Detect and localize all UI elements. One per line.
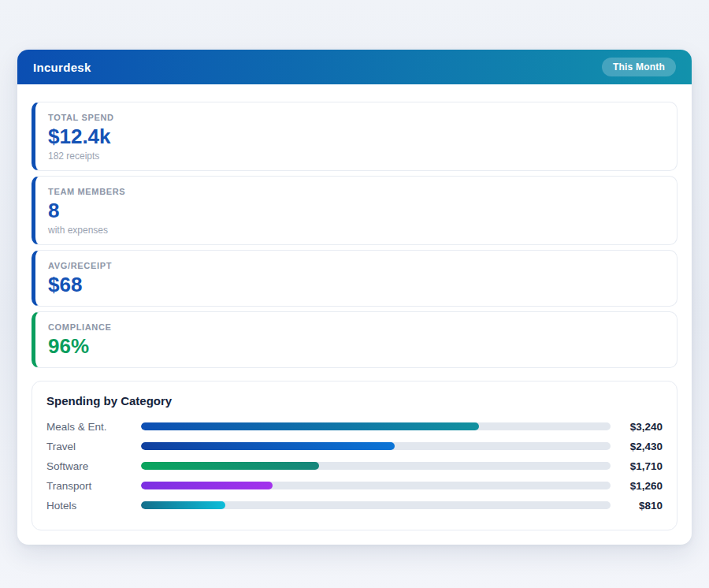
stat-card-avg-receipt: AVG/RECEIPT $68 [32, 250, 677, 307]
category-label: Software [46, 460, 141, 472]
category-value: $3,240 [611, 421, 663, 433]
period-badge[interactable]: This Month [602, 58, 676, 76]
category-bar-track [141, 482, 611, 489]
stat-caption: 182 receipts [48, 151, 664, 162]
category-row: Transport $1,260 [46, 476, 663, 496]
stat-value: 8 [48, 199, 664, 223]
stat-label: COMPLIANCE [48, 322, 664, 332]
category-row: Meals & Ent. $3,240 [46, 417, 663, 437]
category-label: Travel [46, 441, 141, 452]
stat-card-team-members: TEAM MEMBERS 8 with expenses [32, 176, 677, 245]
category-bar-track [141, 442, 611, 450]
category-label: Meals & Ent. [46, 421, 141, 433]
category-value: $1,710 [611, 460, 663, 472]
category-bar-track [141, 462, 611, 470]
stat-label: TOTAL SPEND [48, 113, 664, 122]
category-row: Hotels $810 [46, 496, 663, 515]
category-value: $810 [611, 500, 663, 512]
app-header: Incurdesk This Month [17, 50, 692, 84]
stat-value: $68 [48, 274, 664, 297]
category-row: Software $1,710 [46, 456, 663, 476]
dashboard-card: Incurdesk This Month TOTAL SPEND $12.4k … [17, 50, 692, 545]
stat-card-compliance: COMPLIANCE 96% [32, 311, 677, 368]
stat-value: $12.4k [48, 125, 664, 149]
category-bar-track [141, 422, 611, 430]
category-value: $2,430 [611, 441, 663, 452]
stat-card-total-spend: TOTAL SPEND $12.4k 182 receipts [32, 102, 677, 171]
dashboard-content: TOTAL SPEND $12.4k 182 receipts TEAM MEM… [17, 84, 692, 545]
category-row: Travel $2,430 [46, 437, 663, 456]
category-bar-fill [141, 422, 479, 430]
category-bar-fill [141, 442, 395, 450]
spending-by-category-card: Spending by Category Meals & Ent. $3,240… [32, 381, 677, 530]
category-value: $1,260 [611, 480, 663, 492]
stat-label: TEAM MEMBERS [48, 187, 664, 196]
category-bar-fill [141, 501, 225, 509]
category-bar-fill [141, 482, 273, 489]
stat-value: 96% [48, 335, 664, 359]
category-bar-fill [141, 462, 319, 470]
category-label: Transport [46, 480, 141, 492]
stat-label: AVG/RECEIPT [48, 261, 664, 270]
stat-caption: with expenses [48, 225, 664, 236]
category-bar-track [141, 501, 611, 509]
section-title: Spending by Category [46, 394, 663, 408]
category-label: Hotels [46, 500, 141, 512]
app-title: Incurdesk [33, 61, 91, 74]
